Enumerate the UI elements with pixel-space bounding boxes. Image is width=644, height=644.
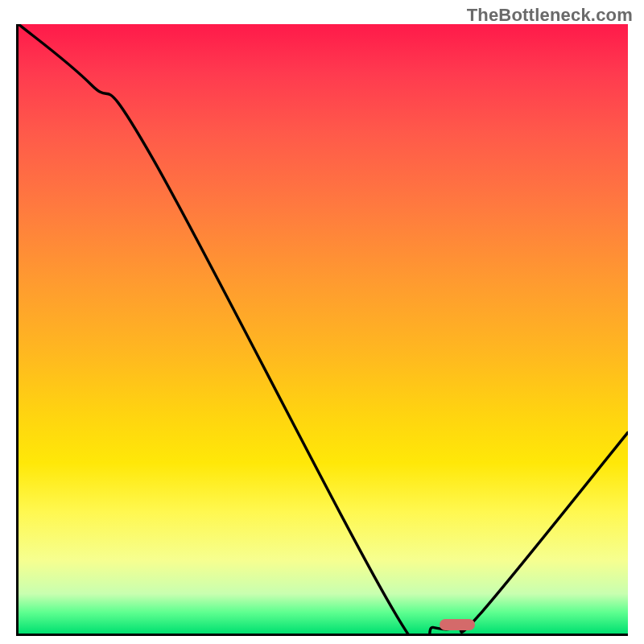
chart-frame — [16, 24, 628, 636]
watermark-text: TheBottleneck.com — [467, 5, 633, 26]
chart-background-gradient — [19, 24, 628, 634]
optimal-point-marker — [440, 619, 475, 630]
